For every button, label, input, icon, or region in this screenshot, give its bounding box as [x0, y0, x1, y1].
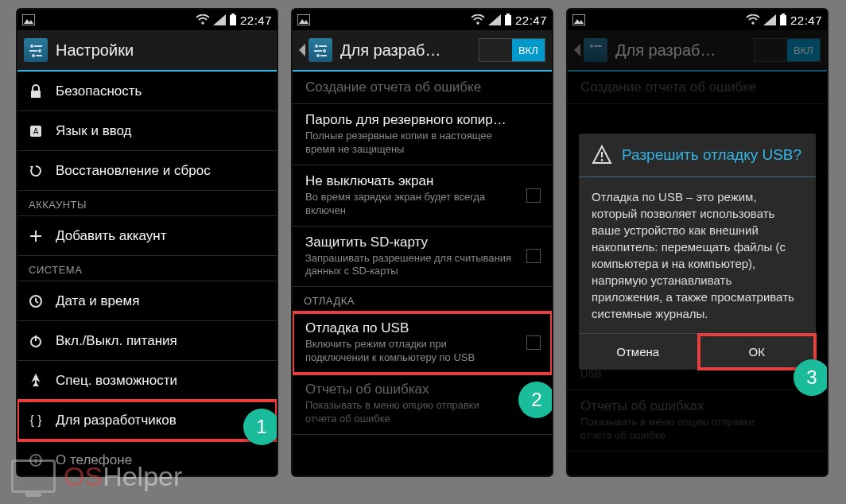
svg-marker-1 — [24, 19, 33, 24]
svg-point-25 — [35, 456, 37, 458]
developer-toggle[interactable]: ВКЛ — [479, 38, 545, 62]
svg-rect-5 — [231, 14, 235, 15]
svg-point-35 — [323, 49, 326, 52]
item-bugreports[interactable]: Отчеты об ошибках Показывать в меню опци… — [293, 374, 552, 435]
status-bar: 22:47 — [568, 10, 827, 30]
item-add-account[interactable]: Добавить аккаунт — [17, 216, 277, 256]
signal-icon — [213, 14, 226, 25]
item-backup-password[interactable]: Пароль для резервного копирования Полные… — [293, 104, 552, 165]
svg-point-37 — [316, 54, 320, 57]
settings-list[interactable]: Безопасность A Язык и ввод Восстановлени… — [17, 72, 277, 477]
svg-marker-42 — [763, 14, 776, 25]
item-power[interactable]: Вкл./Выкл. питания — [17, 321, 277, 361]
accessibility-icon — [27, 372, 45, 390]
section-accounts: АККАУНТЫ — [17, 191, 277, 216]
svg-marker-28 — [299, 19, 309, 24]
svg-rect-32 — [506, 14, 510, 15]
svg-rect-12 — [31, 91, 41, 98]
svg-line-20 — [36, 301, 38, 303]
settings-icon — [584, 38, 607, 62]
lock-icon — [27, 83, 45, 100]
restore-icon — [27, 162, 45, 180]
signal-icon — [763, 14, 776, 25]
item-accessibility[interactable]: Спец. возможности — [17, 361, 277, 401]
svg-point-2 — [201, 21, 204, 25]
back-button — [574, 38, 607, 62]
status-bar: 22:47 — [293, 10, 552, 30]
action-bar: Для разраб… ВКЛ — [568, 30, 827, 72]
checkbox[interactable] — [526, 249, 541, 263]
settings-icon — [24, 38, 48, 62]
svg-point-33 — [315, 45, 318, 48]
item-security[interactable]: Безопасность — [17, 72, 277, 111]
phone-screen-2: 22:47 Для разраб… ВКЛ Создание отчета об… — [291, 8, 553, 477]
plus-icon — [27, 227, 45, 245]
item-bugreport-create[interactable]: Создание отчета об ошибке — [293, 72, 552, 104]
battery-icon — [504, 14, 512, 26]
dialog-body: Отладка по USB – это режим, который позв… — [579, 177, 816, 333]
svg-rect-44 — [782, 14, 785, 15]
item-about-phone[interactable]: О телефоне — [17, 440, 277, 477]
item-stay-awake[interactable]: Не выключать экран Во время зарядки экра… — [293, 165, 552, 227]
page-title: Для разраб… — [340, 41, 471, 60]
svg-point-41 — [751, 21, 755, 25]
svg-point-29 — [476, 21, 479, 25]
developer-list[interactable]: Создание отчета об ошибке Пароль для рез… — [293, 72, 552, 435]
wifi-icon — [471, 14, 485, 25]
image-icon — [297, 14, 310, 25]
section-debug: ОТЛАДКА — [293, 287, 552, 312]
step-badge-2: 2 — [518, 382, 553, 418]
item-usb-debugging[interactable]: Отладка по USB Включить режим отладки пр… — [293, 312, 552, 374]
svg-rect-4 — [230, 15, 236, 25]
svg-text:A: A — [33, 127, 39, 136]
language-icon: A — [27, 122, 45, 140]
back-button[interactable] — [299, 38, 332, 62]
svg-point-6 — [30, 45, 33, 48]
battery-icon — [229, 14, 237, 26]
item-language[interactable]: A Язык и ввод — [17, 111, 277, 151]
svg-point-8 — [38, 49, 41, 52]
phone-screen-1: 22:47 Настройки Безопасность A Язык и вв… — [16, 8, 278, 477]
dialog-title: Разрешить отладку USB? — [622, 145, 801, 165]
usb-debug-dialog: Разрешить отладку USB? Отладка по USB – … — [579, 134, 816, 370]
action-bar: Для разраб… ВКЛ — [293, 30, 552, 72]
item-date-time[interactable]: Дата и время — [17, 281, 277, 321]
phone-screen-3: 22:47 Для разраб… ВКЛ Создание отчета об… — [566, 8, 829, 477]
developer-icon: { } — [27, 412, 45, 429]
action-bar: Настройки — [17, 30, 277, 72]
checkbox[interactable] — [526, 335, 541, 350]
developer-toggle: ВКЛ — [754, 38, 821, 62]
page-title: Настройки — [56, 41, 270, 60]
item-protect-sd[interactable]: Защитить SD-карту Запрашивать разрешение… — [293, 227, 552, 288]
svg-point-49 — [601, 159, 603, 161]
dialog-cancel-button[interactable]: Отмена — [579, 334, 698, 370]
svg-rect-43 — [780, 15, 786, 25]
checkbox[interactable] — [526, 188, 541, 203]
signal-icon — [488, 14, 501, 25]
status-time: 22:47 — [240, 14, 272, 27]
wifi-icon — [746, 14, 760, 25]
chevron-left-icon — [299, 44, 305, 56]
chevron-left-icon — [574, 44, 580, 56]
step-badge-3: 3 — [794, 359, 829, 396]
svg-point-45 — [590, 45, 593, 48]
image-icon — [22, 14, 35, 25]
battery-icon — [779, 14, 787, 26]
svg-marker-40 — [574, 19, 584, 24]
toggle-on-label: ВКЛ — [512, 39, 545, 61]
status-time: 22:47 — [790, 14, 822, 27]
step-badge-1: 1 — [243, 409, 278, 445]
item-developer-options[interactable]: { } Для разработчиков — [17, 401, 277, 440]
svg-point-10 — [32, 54, 35, 57]
svg-text:{ }: { } — [29, 413, 42, 427]
page-title: Для разраб… — [615, 41, 746, 60]
power-icon — [27, 332, 45, 350]
wifi-icon — [196, 14, 210, 25]
info-icon — [27, 452, 45, 469]
status-time: 22:47 — [515, 14, 547, 27]
status-bar: 22:47 — [17, 10, 277, 30]
svg-marker-3 — [213, 14, 226, 25]
clock-icon — [27, 293, 45, 310]
item-backup-reset[interactable]: Восстановление и сброс — [17, 151, 277, 191]
settings-icon — [309, 38, 332, 62]
